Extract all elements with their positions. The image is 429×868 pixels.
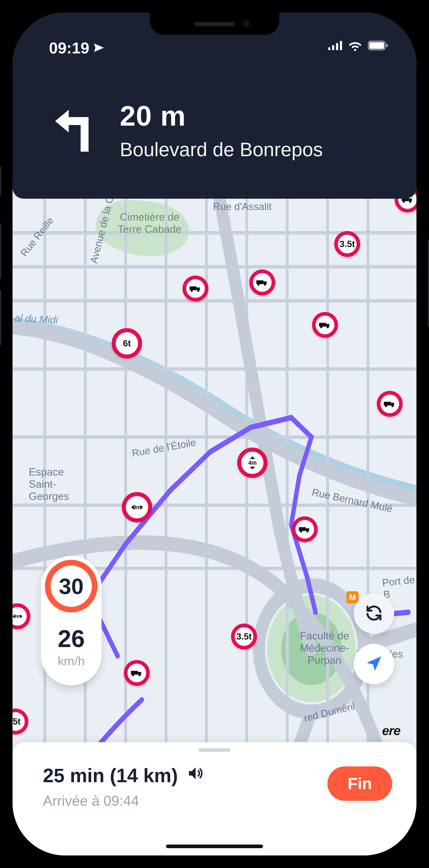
svg-point-37 [139, 674, 141, 676]
svg-rect-34 [131, 671, 138, 675]
status-icons [328, 39, 388, 53]
poi-label: Faculté de Médecine- Purpan [300, 630, 349, 666]
location-arrow-icon [364, 654, 384, 674]
turn-distance: 20 m [120, 99, 323, 132]
screen: 09:19 [12, 12, 417, 856]
svg-rect-5 [369, 42, 384, 49]
status-time: 09:19 [49, 39, 104, 57]
svg-rect-1 [332, 45, 334, 50]
svg-point-32 [306, 530, 309, 532]
restriction-sign-no-truck[interactable] [183, 276, 208, 302]
svg-point-40 [403, 200, 405, 203]
svg-rect-23 [384, 402, 391, 405]
speed-current: 26 [58, 625, 85, 653]
restriction-sign-no-truck[interactable] [249, 270, 275, 296]
poi-label: Espace Saint- Georges [29, 466, 69, 502]
location-icon [93, 39, 104, 57]
svg-point-22 [327, 326, 329, 328]
mute-switch[interactable] [0, 166, 1, 196]
power-button[interactable] [428, 239, 429, 328]
svg-rect-0 [328, 48, 331, 50]
restriction-sign-no-truck[interactable] [292, 516, 318, 542]
arrival-text: Arrivée à 09:44 [43, 793, 204, 809]
turn-left-icon [45, 99, 101, 157]
volume-up-button[interactable] [0, 223, 1, 279]
speed-unit: km/h [58, 654, 85, 668]
svg-rect-6 [386, 44, 388, 48]
speed-limit: 30 [45, 560, 97, 613]
road-label: Port de B [381, 574, 417, 600]
notch [150, 12, 279, 35]
svg-rect-29 [299, 527, 306, 531]
route-summary-sheet[interactable]: 25 min (14 km) Arrivée à 09:44 Fin [12, 742, 417, 856]
restriction-sign-no-truck[interactable] [312, 312, 338, 338]
recenter-button[interactable] [354, 644, 394, 684]
svg-rect-2 [336, 43, 338, 50]
road-label: Rue d'Assalit [213, 201, 272, 212]
svg-rect-11 [189, 286, 196, 290]
restriction-sign-weight[interactable]: 3.5t [231, 624, 257, 649]
restriction-sign-weight[interactable]: 6t [112, 328, 142, 359]
sound-icon[interactable] [186, 765, 204, 787]
svg-point-31 [300, 530, 302, 532]
phone-frame: 09:19 [0, 0, 429, 868]
restriction-sign-weight[interactable]: 3.5t [334, 231, 360, 257]
road-label: al du Midi [14, 312, 58, 326]
signal-icon [328, 41, 342, 51]
svg-point-17 [257, 283, 259, 286]
home-indicator[interactable] [166, 844, 263, 848]
eta-title: 25 min (14 km) [43, 765, 178, 787]
svg-point-26 [391, 405, 394, 407]
svg-point-36 [132, 674, 134, 676]
restriction-sign-no-truck[interactable] [124, 660, 150, 686]
map-attribution: ere [382, 723, 400, 738]
svg-point-18 [264, 283, 266, 286]
volume-down-button[interactable] [0, 289, 1, 346]
restriction-sign-no-truck[interactable] [377, 391, 403, 417]
turn-road-name: Boulevard de Bonrepos [120, 138, 323, 161]
turn-instruction-card: 09:19 [12, 12, 417, 199]
restriction-sign-length[interactable]: 9m [122, 492, 152, 522]
wifi-icon [348, 39, 362, 53]
svg-point-25 [385, 405, 387, 407]
svg-rect-19 [319, 323, 326, 327]
metro-badge: M [346, 591, 359, 603]
svg-rect-15 [256, 280, 263, 284]
end-route-button[interactable]: Fin [328, 767, 392, 801]
poi-label: Cimetière de Terre Cabade [118, 211, 182, 235]
svg-point-41 [409, 200, 411, 203]
refresh-button[interactable] [354, 593, 394, 634]
svg-point-21 [320, 326, 323, 328]
svg-point-14 [197, 289, 199, 292]
svg-text:9m: 9m [14, 614, 21, 619]
clock-text: 09:19 [49, 39, 89, 57]
svg-rect-3 [340, 41, 342, 50]
battery-icon [368, 41, 388, 51]
drag-handle[interactable] [198, 748, 231, 752]
restriction-sign-height[interactable]: 4m [237, 447, 268, 478]
speed-widget: 30 26 km/h [41, 556, 101, 685]
svg-point-13 [191, 289, 193, 292]
svg-text:9m: 9m [133, 504, 141, 510]
refresh-icon [364, 603, 384, 624]
svg-text:4m: 4m [248, 460, 256, 466]
